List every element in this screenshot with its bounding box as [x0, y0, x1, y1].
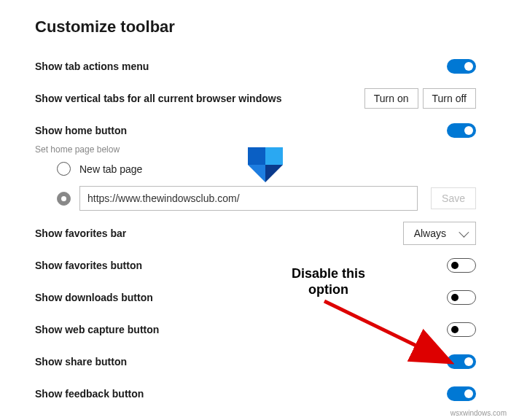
row-share-button: Show share button [35, 349, 476, 374]
svg-marker-2 [248, 165, 265, 182]
favorites-bar-dropdown[interactable]: Always [403, 222, 476, 245]
annotation-line1: Disable this [292, 266, 365, 282]
svg-marker-3 [265, 165, 283, 182]
chevron-down-icon [459, 228, 469, 238]
radio-url-row: Save [57, 186, 476, 211]
radio-new-tab-label: New tab page [79, 163, 142, 175]
dropdown-value: Always [414, 228, 446, 239]
row-favorites-button: Show favorites button [35, 253, 476, 278]
svg-marker-1 [265, 147, 283, 165]
watermark-text: wsxwindows.com [450, 409, 507, 417]
turn-off-button[interactable]: Turn off [423, 88, 476, 109]
tab-actions-toggle[interactable] [447, 59, 476, 74]
row-downloads-button: Show downloads button [35, 285, 476, 310]
favorites-bar-label: Show favorites bar [35, 228, 126, 239]
vertical-tabs-label: Show vertical tabs for all current brows… [35, 93, 281, 104]
annotation-text: Disable this option [292, 266, 365, 298]
row-home-button: Show home button [35, 118, 476, 143]
svg-marker-0 [248, 147, 265, 165]
web-capture-button-toggle[interactable] [447, 322, 476, 337]
share-button-label: Show share button [35, 356, 127, 368]
save-button[interactable]: Save [431, 187, 476, 209]
tab-actions-label: Show tab actions menu [35, 61, 149, 72]
annotation-line2: option [292, 282, 365, 298]
favorites-button-toggle[interactable] [447, 258, 476, 273]
row-web-capture-button: Show web capture button [35, 317, 476, 342]
feedback-button-toggle[interactable] [447, 386, 476, 401]
row-favorites-bar: Show favorites bar Always [35, 221, 476, 246]
page-title: Customize toolbar [35, 18, 476, 36]
favorites-button-label: Show favorites button [35, 260, 142, 271]
home-button-label: Show home button [35, 125, 127, 136]
row-tab-actions: Show tab actions menu [35, 54, 476, 79]
downloads-button-label: Show downloads button [35, 292, 153, 303]
brand-logo-icon [248, 147, 283, 182]
downloads-button-toggle[interactable] [447, 290, 476, 305]
web-capture-button-label: Show web capture button [35, 324, 159, 335]
share-button-toggle[interactable] [447, 354, 476, 369]
turn-on-button[interactable]: Turn on [364, 88, 418, 109]
row-vertical-tabs: Show vertical tabs for all current brows… [35, 86, 476, 111]
feedback-button-label: Show feedback button [35, 388, 144, 400]
radio-new-tab[interactable] [57, 162, 71, 176]
home-url-input[interactable] [79, 186, 418, 211]
home-button-toggle[interactable] [447, 123, 476, 138]
radio-url[interactable] [57, 192, 71, 206]
row-feedback-button: Show feedback button [35, 381, 476, 406]
